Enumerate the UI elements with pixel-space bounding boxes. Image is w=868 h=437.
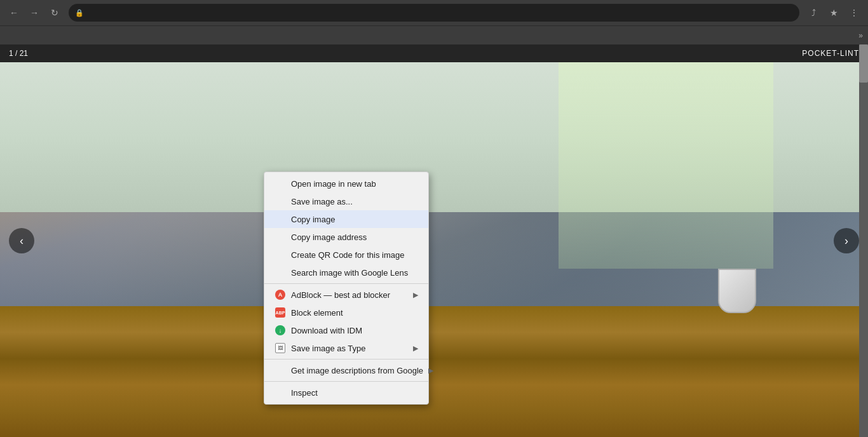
save-type-icon: 🖼 — [275, 342, 286, 354]
coffee-mug — [718, 269, 756, 313]
content-area: 1 / 21 POCKET-LINT ‹ › Open image in new… — [0, 44, 868, 437]
get-descriptions-label: Get image descriptions from Google — [291, 366, 423, 375]
share-button[interactable]: ⤴ — [804, 4, 822, 22]
inspect-icon — [275, 387, 286, 398]
menu-divider-3 — [264, 381, 428, 382]
menu-item-search-lens[interactable]: Search image with Google Lens — [264, 264, 428, 281]
block-element-label: Block element — [291, 308, 418, 318]
image-source: POCKET-LINT — [802, 49, 859, 58]
adblock-label: AdBlock — best ad blocker — [291, 290, 408, 300]
back-button[interactable]: ← — [5, 4, 23, 22]
copy-image-label: Copy image — [291, 215, 418, 224]
reload-button[interactable]: ↻ — [46, 4, 64, 22]
menu-item-block-element[interactable]: ABP Block element — [264, 304, 428, 321]
save-image-as-label: Save image as... — [291, 197, 418, 206]
menu-item-download-idm[interactable]: ↓ Download with IDM — [264, 321, 428, 339]
menu-divider-2 — [264, 359, 428, 360]
context-menu: Open image in new tab Save image as... C… — [264, 171, 429, 405]
save-image-as-icon — [275, 196, 286, 207]
menu-item-save-image-as[interactable]: Save image as... — [264, 192, 428, 210]
idm-icon: ↓ — [275, 325, 286, 336]
search-lens-label: Search image with Google Lens — [291, 268, 418, 278]
abp-icon: ABP — [275, 307, 286, 318]
nav-buttons: ← → ↻ — [5, 4, 64, 22]
bookmarks-bar: » — [0, 25, 868, 44]
create-qr-label: Create QR Code for this image — [291, 250, 418, 260]
get-descriptions-icon — [275, 365, 286, 376]
image-top-bar: 1 / 21 POCKET-LINT — [0, 44, 868, 62]
copy-image-address-label: Copy image address — [291, 232, 418, 242]
toolbar-right: ⤴ ★ ⋮ — [804, 4, 863, 22]
lock-icon: 🔒 — [75, 9, 84, 17]
menu-item-copy-image[interactable]: Copy image — [264, 210, 428, 228]
menu-item-open-new-tab[interactable]: Open image in new tab — [264, 175, 428, 192]
create-qr-icon — [275, 249, 286, 260]
menu-divider-1 — [264, 283, 428, 284]
bookmark-button[interactable]: ★ — [825, 4, 843, 22]
image-counter: 1 / 21 — [9, 49, 28, 58]
adblock-submenu-arrow: ▶ — [413, 291, 418, 299]
get-descriptions-submenu-arrow: ▶ — [428, 366, 433, 375]
more-button[interactable]: ⋮ — [845, 4, 863, 22]
open-new-tab-icon — [275, 178, 286, 189]
scrollbar[interactable] — [859, 44, 868, 437]
url-input[interactable] — [88, 8, 793, 18]
save-type-submenu-arrow: ▶ — [413, 344, 418, 353]
menu-item-save-type[interactable]: 🖼 Save image as Type ▶ — [264, 339, 428, 357]
menu-item-copy-image-address[interactable]: Copy image address — [264, 228, 428, 246]
address-bar[interactable]: 🔒 — [69, 4, 799, 22]
save-type-label: Save image as Type — [291, 344, 408, 353]
adblock-icon: A — [275, 289, 286, 300]
bookmarks-chevron[interactable]: » — [858, 31, 863, 40]
laptop-scene — [0, 62, 859, 437]
browser-toolbar: ← → ↻ 🔒 ⤴ ★ ⋮ — [0, 0, 868, 25]
scrollbar-thumb[interactable] — [859, 44, 868, 83]
inspect-label: Inspect — [291, 388, 418, 398]
search-lens-icon — [275, 267, 286, 278]
download-idm-label: Download with IDM — [291, 326, 418, 335]
menu-item-adblock[interactable]: A AdBlock — best ad blocker ▶ — [264, 286, 428, 304]
prev-image-button[interactable]: ‹ — [9, 228, 34, 253]
copy-image-icon — [275, 213, 286, 225]
window-light — [559, 62, 773, 269]
menu-item-get-descriptions[interactable]: Get image descriptions from Google ▶ — [264, 361, 428, 379]
next-image-button[interactable]: › — [834, 228, 859, 253]
copy-image-address-icon — [275, 231, 286, 243]
menu-item-inspect[interactable]: Inspect — [264, 384, 428, 401]
forward-button[interactable]: → — [25, 4, 43, 22]
menu-item-create-qr[interactable]: Create QR Code for this image — [264, 246, 428, 264]
open-new-tab-label: Open image in new tab — [291, 179, 418, 189]
